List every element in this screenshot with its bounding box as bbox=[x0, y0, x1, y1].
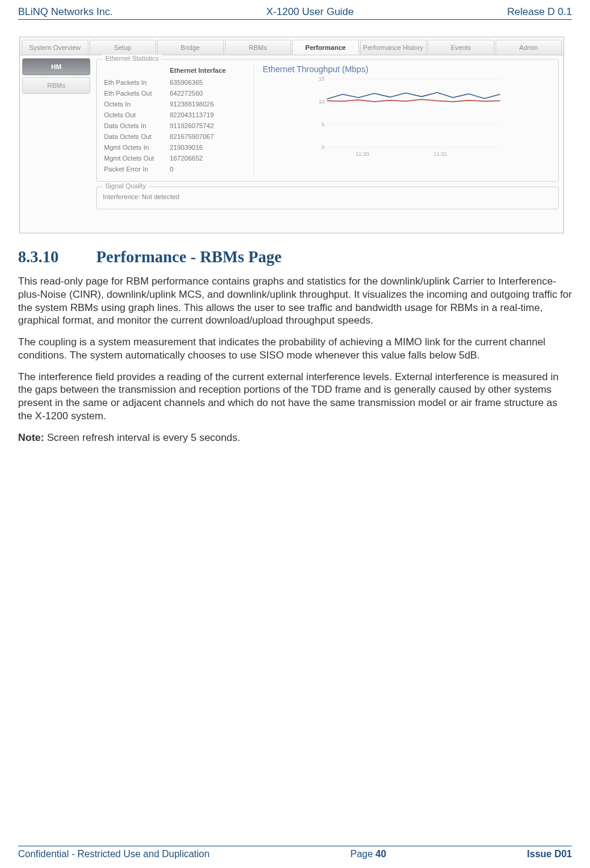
table-row: Octets Out822043113719 bbox=[104, 110, 241, 120]
ethernet-stats-table: Ethernet Interface Eth Packets In6359063… bbox=[103, 64, 242, 175]
fieldset-legend: Signal Quality bbox=[103, 182, 149, 189]
footer-left: Confidential - Restricted Use and Duplic… bbox=[18, 849, 209, 860]
embedded-screenshot: System OverviewSetupBridgeRBMsPerformanc… bbox=[19, 37, 564, 233]
tab-rbms[interactable]: RBMs bbox=[225, 40, 292, 55]
tab-admin[interactable]: Admin bbox=[496, 40, 562, 55]
paragraph: The coupling is a system measurement tha… bbox=[18, 336, 572, 362]
stat-value: 821675907067 bbox=[170, 132, 241, 141]
stat-label: Octets In bbox=[104, 99, 168, 109]
table-row: Mgmt Octets Out167206652 bbox=[104, 153, 241, 163]
note-text: Screen refresh interval is every 5 secon… bbox=[44, 432, 240, 443]
sidebar-item-hm[interactable]: HM bbox=[22, 58, 90, 75]
svg-text:15: 15 bbox=[318, 76, 324, 82]
col-header: Ethernet Interface bbox=[170, 66, 241, 76]
stat-value: 822043113719 bbox=[170, 110, 241, 120]
svg-text:10: 10 bbox=[318, 99, 324, 105]
chart-svg: 05101511:3011:31 bbox=[263, 75, 552, 159]
paragraph: This read-only page for RBM performance … bbox=[18, 275, 572, 327]
sidebar: HMRBMs bbox=[20, 55, 93, 233]
tab-performance-history[interactable]: Performance History bbox=[360, 40, 427, 55]
stat-label: Data Octets Out bbox=[104, 132, 168, 141]
sidebar-item-rbms[interactable]: RBMs bbox=[22, 77, 90, 94]
fieldset-legend: Ethernet Statistics bbox=[103, 55, 161, 62]
svg-text:11:31: 11:31 bbox=[434, 151, 447, 157]
svg-text:11:30: 11:30 bbox=[355, 151, 369, 157]
ethernet-statistics-fieldset: Ethernet Statistics Ethernet Interface E… bbox=[96, 59, 559, 182]
interference-text: Interference: Not detected bbox=[103, 192, 552, 203]
stat-label: Octets Out bbox=[104, 110, 168, 120]
tab-events[interactable]: Events bbox=[428, 40, 494, 55]
body-text: This read-only page for RBM performance … bbox=[18, 275, 572, 444]
signal-quality-fieldset: Signal Quality Interference: Not detecte… bbox=[96, 186, 559, 209]
stat-label: Mgmt Octets In bbox=[104, 143, 168, 152]
header-left: BLiNQ Networks Inc. bbox=[18, 6, 113, 18]
page-header: BLiNQ Networks Inc. X-1200 User Guide Re… bbox=[18, 6, 572, 20]
table-row: Eth Packets Out642272560 bbox=[104, 88, 241, 98]
stat-value: 167206652 bbox=[170, 153, 241, 163]
svg-text:5: 5 bbox=[321, 122, 324, 128]
table-row: Mgmt Octets In219039016 bbox=[104, 143, 241, 152]
note-paragraph: Note: Screen refresh interval is every 5… bbox=[18, 431, 572, 445]
stat-label: Mgmt Octets Out bbox=[104, 153, 168, 163]
footer-center: Page 40 bbox=[351, 849, 387, 860]
svg-text:0: 0 bbox=[321, 144, 324, 150]
stat-value: 0 bbox=[170, 164, 241, 174]
stat-value: 911926075742 bbox=[170, 121, 241, 131]
tab-bar: System OverviewSetupBridgeRBMsPerformanc… bbox=[20, 37, 564, 55]
stat-value: 912388198026 bbox=[170, 99, 241, 109]
stat-value: 642272560 bbox=[170, 88, 241, 98]
tab-setup[interactable]: Setup bbox=[90, 40, 156, 55]
stat-value: 635906365 bbox=[170, 78, 241, 87]
header-center: X-1200 User Guide bbox=[266, 6, 354, 18]
footer-right: Issue D01 bbox=[527, 849, 572, 860]
section-number: 8.3.10 bbox=[18, 248, 96, 266]
stat-label: Data Octets In bbox=[104, 121, 168, 131]
page-footer: Confidential - Restricted Use and Duplic… bbox=[18, 846, 572, 860]
paragraph: The interference field provides a readin… bbox=[18, 371, 572, 423]
stat-label: Eth Packets Out bbox=[104, 88, 168, 98]
throughput-chart: Ethernet Throughput (Mbps) 05101511:3011… bbox=[254, 64, 552, 175]
table-row: Data Octets Out821675907067 bbox=[104, 132, 241, 141]
tab-bridge[interactable]: Bridge bbox=[157, 40, 224, 55]
page-label: Page bbox=[351, 849, 376, 859]
tab-performance[interactable]: Performance bbox=[292, 40, 359, 55]
stat-label: Packet Error In bbox=[104, 164, 168, 174]
stat-label: Eth Packets In bbox=[104, 78, 168, 87]
section-title: Performance - RBMs Page bbox=[96, 248, 281, 266]
stat-value: 219039016 bbox=[170, 143, 241, 152]
tab-system-overview[interactable]: System Overview bbox=[22, 40, 88, 55]
header-right: Release D 0.1 bbox=[507, 6, 572, 18]
section-heading: 8.3.10Performance - RBMs Page bbox=[18, 248, 572, 266]
table-row: Eth Packets In635906365 bbox=[104, 78, 241, 87]
table-row: Data Octets In911926075742 bbox=[104, 121, 241, 131]
page-number: 40 bbox=[375, 849, 386, 859]
chart-title: Ethernet Throughput (Mbps) bbox=[263, 64, 552, 74]
note-label: Note: bbox=[18, 432, 44, 443]
table-row: Octets In912388198026 bbox=[104, 99, 241, 109]
table-row: Packet Error In0 bbox=[104, 164, 241, 174]
